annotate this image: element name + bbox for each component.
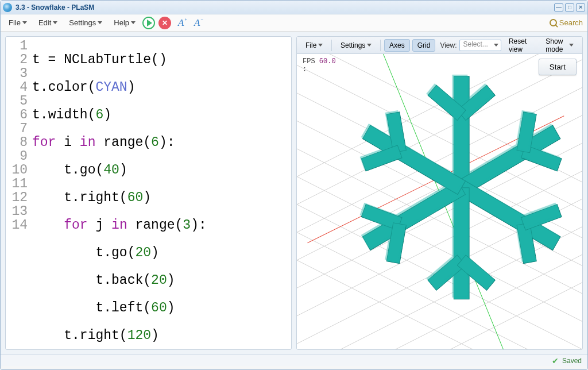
app-icon <box>3 3 12 12</box>
viewport-3d[interactable]: FPS 60.0: Start <box>297 54 582 349</box>
status-text: Saved <box>562 357 582 365</box>
line-number: 5 <box>8 94 28 108</box>
statusbar: ✔ Saved <box>1 354 587 366</box>
code-body[interactable]: t = NCLabTurtle() t.color(CYAN) t.width(… <box>31 39 207 349</box>
search-button[interactable]: Search <box>550 18 583 27</box>
viewer-menu-settings[interactable]: Settings <box>335 39 377 52</box>
grid-toggle[interactable]: Grid <box>412 39 436 52</box>
chevron-down-icon <box>494 44 498 47</box>
menubar: File Edit Settings Help ✕ A+ A− Search <box>1 14 587 32</box>
chevron-down-icon <box>367 44 372 47</box>
menu-file[interactable]: File <box>5 16 30 29</box>
check-icon: ✔ <box>552 356 559 365</box>
reset-view-button[interactable]: Reset view <box>504 36 536 56</box>
maximize-button[interactable]: □ <box>565 3 574 11</box>
view-label: View: <box>440 41 457 49</box>
chevron-down-icon <box>98 21 102 24</box>
line-number: 7 <box>8 122 28 136</box>
svg-line-18 <box>297 232 582 349</box>
window-title: 3.3 - Snowflake - PLaSM <box>16 3 552 11</box>
editor-pane: 1 2 3 4 5 6 7 8 9 10 11 12 13 14 t = NCL… <box>5 36 292 350</box>
stop-icon: ✕ <box>162 19 168 27</box>
svg-line-9 <box>297 232 582 349</box>
line-number: 12 <box>8 191 28 205</box>
axes-toggle[interactable]: Axes <box>384 39 410 52</box>
chevron-down-icon <box>53 21 57 24</box>
line-number: 6 <box>8 108 28 122</box>
line-number: 3 <box>8 67 28 80</box>
line-gutter: 1 2 3 4 5 6 7 8 9 10 11 12 13 14 <box>6 39 31 349</box>
line-number: 14 <box>8 218 28 232</box>
viewer-pane: File Settings Axes Grid View: Select... … <box>296 36 583 350</box>
play-icon <box>147 20 152 26</box>
menu-edit-label: Edit <box>38 18 51 27</box>
show-mode-menu[interactable]: Show mode <box>540 36 579 56</box>
line-number: 10 <box>8 163 28 177</box>
view-select[interactable]: Select... <box>459 40 501 51</box>
viewport-svg <box>297 54 582 349</box>
titlebar: 3.3 - Snowflake - PLaSM — □ ✕ <box>1 1 587 14</box>
chevron-down-icon <box>569 44 574 47</box>
stop-button[interactable]: ✕ <box>158 17 171 29</box>
line-number: 13 <box>8 205 28 218</box>
menu-help[interactable]: Help <box>110 16 139 29</box>
line-number: 1 <box>8 39 28 53</box>
font-decrease-button[interactable]: A− <box>191 17 203 29</box>
viewer-toolbar: File Settings Axes Grid View: Select... … <box>297 37 582 54</box>
line-number: 11 <box>8 177 28 191</box>
line-number: 8 <box>8 136 28 149</box>
menu-file-label: File <box>9 18 21 27</box>
chevron-down-icon <box>318 44 323 47</box>
font-increase-button[interactable]: A+ <box>175 17 187 29</box>
menu-settings[interactable]: Settings <box>65 16 106 29</box>
menu-edit[interactable]: Edit <box>35 16 61 29</box>
viewer-menu-file[interactable]: File <box>300 39 328 52</box>
line-number: 4 <box>8 80 28 94</box>
menu-settings-label: Settings <box>69 18 96 27</box>
start-button[interactable]: Start <box>539 59 577 75</box>
search-label: Search <box>559 18 583 27</box>
fps-display: FPS 60.0: <box>303 57 336 74</box>
line-number: 2 <box>8 53 28 67</box>
code-editor[interactable]: 1 2 3 4 5 6 7 8 9 10 11 12 13 14 t = NCL… <box>6 37 291 349</box>
search-icon <box>550 19 557 26</box>
chevron-down-icon <box>131 21 136 24</box>
content-area: 1 2 3 4 5 6 7 8 9 10 11 12 13 14 t = NCL… <box>1 32 587 354</box>
line-number: 9 <box>8 149 28 163</box>
chevron-down-icon <box>22 21 27 24</box>
close-button[interactable]: ✕ <box>576 3 585 11</box>
minimize-button[interactable]: — <box>554 3 563 11</box>
run-button[interactable] <box>142 17 155 29</box>
menu-help-label: Help <box>114 18 129 27</box>
